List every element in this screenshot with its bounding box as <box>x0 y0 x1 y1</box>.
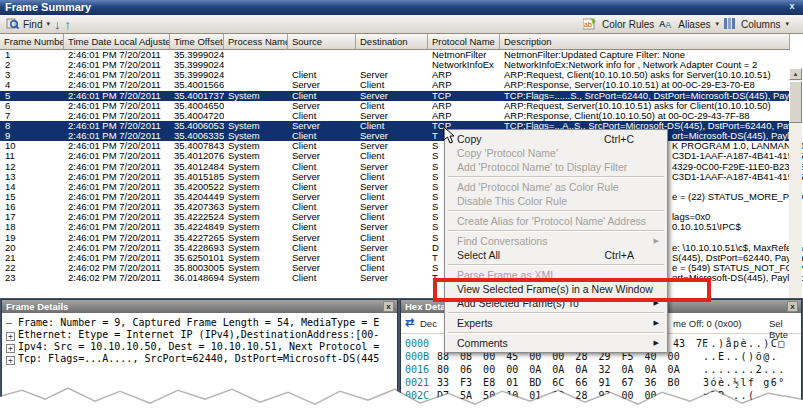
frame-summary-table: Frame NumberTime Date Local AdjustedTime… <box>0 34 803 298</box>
vertical-scroll-thumb[interactable] <box>789 81 802 123</box>
frame-details-line: –Frame: Number = 9, Captured Frame Lengt… <box>6 317 397 329</box>
frame-details-close-icon[interactable]: x <box>383 301 394 312</box>
menu-item-create-alias-for-protocol-name-address: Create Alias for 'Protocol Name' Address <box>446 214 666 228</box>
menu-item-label: Create Alias for 'Protocol Name' Address <box>457 215 646 227</box>
close-icon[interactable]: x <box>786 1 798 13</box>
find-icon[interactable] <box>6 17 19 32</box>
table-row-frame-1[interactable]: 12:46:01 PM 7/20/201135.3999024NetmonFil… <box>0 50 790 60</box>
hex-bytes: 33 F3 E8 01 BD 6C 66 91 67 36 B0 <box>437 376 680 389</box>
frame-details-text[interactable]: Ipv4: Src = 10.10.10.50, Dest = 10.10.10… <box>18 341 379 352</box>
cell: 2:46:01 PM 7/20/2011 <box>64 253 170 263</box>
hex-row-002C[interactable]: 002CD7 5A 50 10 01 00 28 93 00 00×ZP...(… <box>401 389 801 402</box>
hex-ascii: .......2... <box>703 363 786 376</box>
aliases-button[interactable]: Aliases <box>678 19 710 30</box>
cell: ARP <box>428 70 500 80</box>
tree-leaf-dash-icon: – <box>6 317 15 329</box>
hex-offset: 000B <box>405 350 429 363</box>
menu-item-add-protocol-name-to-display-filter: Add 'Protocol Name' to Display Filter <box>446 160 666 174</box>
column-header-time-offset[interactable]: Time Offset <box>170 34 224 50</box>
cell: Client <box>288 162 356 172</box>
expand-icon[interactable]: + <box>6 356 15 365</box>
cell: 35.3999024 <box>170 50 224 60</box>
expand-icon[interactable]: + <box>6 332 15 341</box>
menu-item-label: Copy 'Protocol Name' <box>457 147 558 159</box>
hex-row-0021[interactable]: 002133 F3 E8 01 BD 6C 66 91 67 36 B03óè.… <box>401 376 801 389</box>
cell: 2:46:01 PM 7/20/2011 <box>64 162 170 172</box>
cell: 2:46:01 PM 7/20/2011 <box>64 70 170 80</box>
table-row-frame-3[interactable]: 32:46:01 PM 7/20/201135.3999024ClientSer… <box>0 70 790 80</box>
color-rules-icon: ab <box>583 17 597 32</box>
cell <box>356 60 428 70</box>
cell: 11 <box>0 151 64 161</box>
window-titlebar: Frame Summary x <box>0 0 803 15</box>
cell: 5 <box>0 91 64 101</box>
cell <box>224 70 288 80</box>
menu-item-label: Add 'Protocol Name' to Display Filter <box>457 161 627 173</box>
hex-row-0016[interactable]: 001680 06 00 00 0A 0A 0A 32 0A 0A 0A....… <box>401 363 801 376</box>
menu-item-label: Copy <box>457 133 482 145</box>
cell: 35.8003005 <box>170 263 224 273</box>
hex-offset: 0016 <box>405 363 429 376</box>
color-rules-button[interactable]: Color Rules <box>602 19 654 30</box>
cell: 35.4012484 <box>170 162 224 172</box>
decode-as-label[interactable]: Dec <box>420 318 437 329</box>
column-header-process-name[interactable]: Process Name <box>224 34 288 50</box>
menu-item-experts[interactable]: Experts▶ <box>446 316 666 330</box>
cell: System <box>224 273 288 283</box>
cell: 21 <box>0 253 64 263</box>
menu-item-comments[interactable]: Comments▶ <box>446 336 666 350</box>
cell: 35.4015185 <box>170 172 224 182</box>
cell: NetmonFilter:Updated Capture Filter: Non… <box>500 50 790 60</box>
cell: 2 <box>0 60 64 70</box>
cell: 4 <box>0 80 64 90</box>
frame-details-text[interactable]: Tcp: Flags=...A...., SrcPort=62440, DstP… <box>18 353 379 364</box>
columns-button[interactable]: Columns <box>741 19 780 30</box>
menu-item-label: Find Conversations <box>457 235 547 247</box>
cell: Server <box>288 233 356 243</box>
table-row-frame-2[interactable]: 22:46:01 PM 7/20/201135.3999024NetworkIn… <box>0 60 790 70</box>
scroll-up-icon[interactable]: ▲ <box>789 68 802 80</box>
cell: 35.4200522 <box>170 182 224 192</box>
find-button[interactable]: Find <box>23 19 42 30</box>
cell <box>288 50 356 60</box>
table-header-row: Frame NumberTime Date Local AdjustedTime… <box>0 34 790 50</box>
table-row-frame-18[interactable]: 182:46:01 PM 7/20/201135.4224849SystemCl… <box>0 222 790 232</box>
table-row-frame-5[interactable]: 52:46:01 PM 7/20/201135.4001737SystemCli… <box>0 91 790 101</box>
find-prev-icon[interactable]: ↑ <box>64 18 71 31</box>
column-header-destination[interactable]: Destination <box>356 34 428 50</box>
cell: Client <box>288 243 356 253</box>
frame-details-text[interactable]: Ethernet: Etype = Internet IP (IPv4),Des… <box>18 329 379 340</box>
column-header-source[interactable]: Source <box>288 34 356 50</box>
column-header-description[interactable]: Description <box>500 34 790 50</box>
hex-details-close-icon[interactable]: x <box>787 301 798 312</box>
find-next-icon[interactable]: ↓ <box>54 18 61 31</box>
cell: 15 <box>0 192 64 202</box>
cell: System <box>224 141 288 151</box>
frame-details-text[interactable]: Frame: Number = 9, Captured Frame Length… <box>18 317 379 328</box>
cell: 9 <box>0 131 64 141</box>
table-row-frame-7[interactable]: 72:46:01 PM 7/20/201135.4004720ClientSer… <box>0 111 790 121</box>
menu-item-copy[interactable]: CopyCtrl+C <box>446 132 666 146</box>
find-caret-icon[interactable]: ▾ <box>46 20 50 28</box>
swap-arrows-icon[interactable]: ⇄ <box>405 316 414 329</box>
frame-details-header: Frame Details x <box>2 300 397 313</box>
vertical-scrollbar[interactable]: ▲ ▼ <box>789 68 802 319</box>
column-header-time-date-local-adjusted[interactable]: Time Date Local Adjusted <box>64 34 170 50</box>
cell: 35.4006335 <box>170 131 224 141</box>
cell: 35.3999024 <box>170 70 224 80</box>
columns-caret-icon[interactable]: ▾ <box>785 20 789 28</box>
menu-item-select-all[interactable]: Select AllCtrl+A <box>446 248 666 262</box>
cell: 35.4004650 <box>170 101 224 111</box>
cell: 36.0148694 <box>170 273 224 283</box>
table-row-frame-13[interactable]: 132:46:01 PM 7/20/201135.4015185SystemSe… <box>0 172 790 182</box>
table-row-frame-15[interactable]: 152:46:01 PM 7/20/201135.4204449SystemSe… <box>0 192 790 202</box>
column-header-protocol-name[interactable]: Protocol Name <box>428 34 500 50</box>
menu-shortcut: Ctrl+C <box>604 132 634 146</box>
table-row-frame-6[interactable]: 62:46:01 PM 7/20/201135.4004650ServerCli… <box>0 101 790 111</box>
expand-icon[interactable]: + <box>6 344 15 353</box>
table-row-frame-4[interactable]: 42:46:01 PM 7/20/201135.4001566ServerCli… <box>0 80 790 90</box>
cell: 16 <box>0 202 64 212</box>
aliases-caret-icon[interactable]: ▾ <box>716 20 720 28</box>
column-header-frame-number[interactable]: Frame Number <box>0 34 64 50</box>
menu-item-label: Comments <box>457 337 508 349</box>
